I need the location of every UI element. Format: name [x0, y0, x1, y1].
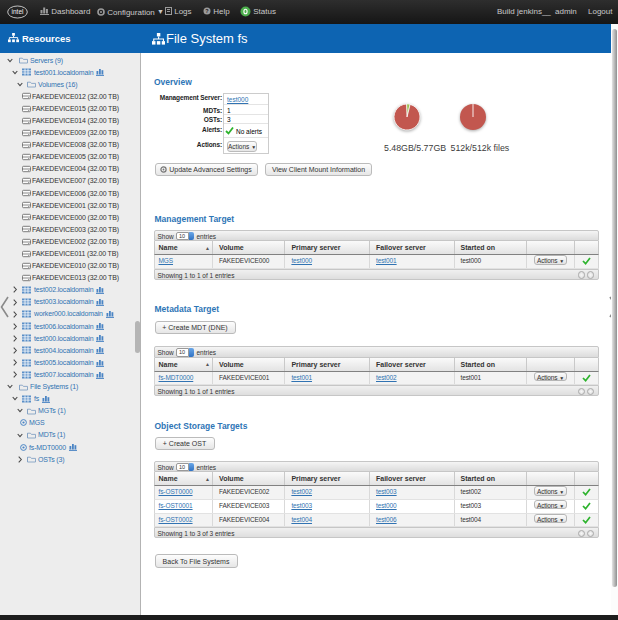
svg-text:intel: intel	[12, 8, 24, 15]
